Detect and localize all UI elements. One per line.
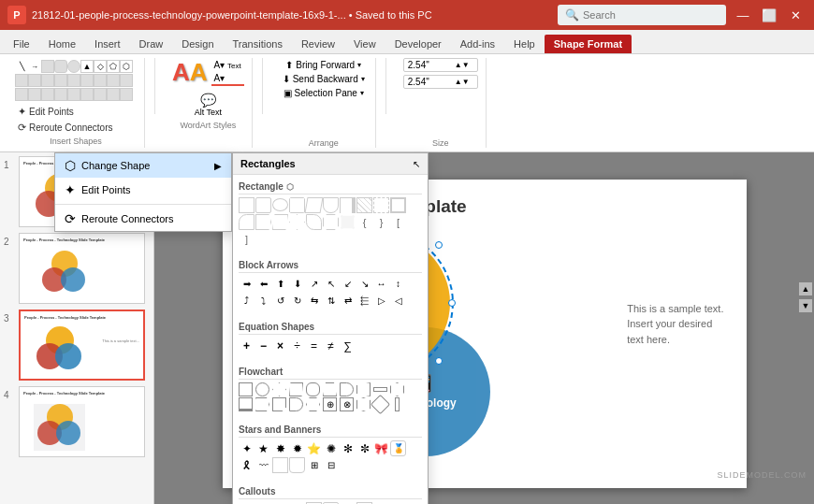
reroute-connectors-button[interactable]: ⟳ Reroute Connectors — [15, 121, 116, 135]
shape-s6[interactable] — [80, 74, 94, 87]
shape-s3[interactable] — [41, 74, 54, 87]
rect-shape-13[interactable] — [272, 214, 288, 230]
minimize-button[interactable]: — — [732, 5, 754, 25]
slide-img-3[interactable]: People - Process - Technology Slide Temp… — [19, 310, 145, 381]
shape-rect[interactable] — [41, 60, 54, 73]
fc-13[interactable] — [272, 397, 286, 411]
rect-shape-2[interactable] — [255, 197, 271, 213]
star-2[interactable]: ★ — [255, 440, 271, 456]
shape-s13[interactable] — [54, 88, 67, 101]
star-9[interactable]: 🎀 — [373, 440, 389, 456]
arrow-11[interactable]: ⤴ — [239, 293, 254, 309]
eq-5[interactable]: = — [306, 338, 322, 353]
tab-transitions[interactable]: Transitions — [224, 35, 292, 53]
edit-points-button[interactable]: ✦ Edit Points — [15, 105, 77, 119]
rect-shape-17[interactable] — [340, 214, 356, 230]
star-13[interactable] — [272, 457, 288, 473]
width-input[interactable] — [408, 77, 455, 87]
fc-11[interactable] — [239, 397, 253, 411]
rect-shape-18[interactable]: { — [356, 214, 372, 230]
arrow-17[interactable]: ⇄ — [340, 293, 356, 309]
text-outline-btn[interactable]: A▾ — [211, 72, 244, 86]
tab-design[interactable]: Design — [172, 35, 223, 53]
shape-s2[interactable] — [28, 74, 41, 87]
eq-7[interactable]: ∑ — [340, 338, 356, 353]
selection-pane-button[interactable]: ▣ Selection Pane ▾ — [281, 86, 367, 100]
tab-file[interactable]: File — [4, 35, 39, 53]
arrow-19[interactable]: ▷ — [373, 293, 389, 309]
shape-s15[interactable] — [80, 88, 94, 101]
shape-pentagon[interactable]: ⬠ — [107, 60, 120, 73]
slide-img-2[interactable]: People - Process - Technology Slide Temp… — [19, 233, 145, 304]
rect-shape-8[interactable] — [356, 197, 372, 213]
fc-6[interactable] — [323, 382, 337, 396]
arrow-14[interactable]: ↻ — [289, 293, 305, 309]
rect-shape-6[interactable] — [323, 197, 339, 213]
eq-4[interactable]: ÷ — [289, 338, 305, 353]
tab-shape-format[interactable]: Shape Format — [545, 35, 632, 53]
tab-review[interactable]: Review — [292, 35, 344, 53]
tab-help[interactable]: Help — [504, 35, 545, 53]
rect-shape-21[interactable]: ] — [239, 231, 254, 247]
fc-20[interactable] — [395, 397, 400, 411]
star-3[interactable]: ✸ — [272, 440, 288, 456]
arrow-9[interactable]: ↔ — [373, 276, 389, 292]
rect-shape-20[interactable]: [ — [390, 214, 406, 230]
star-12[interactable]: 〰 — [255, 457, 271, 473]
arrow-3[interactable]: ⬆ — [272, 276, 288, 292]
tab-draw[interactable]: Draw — [130, 35, 173, 53]
star-11[interactable]: 🎗 — [239, 457, 254, 473]
arrow-20[interactable]: ◁ — [390, 293, 406, 309]
tab-addins[interactable]: Add-ins — [451, 35, 504, 53]
shape-triangle[interactable]: ▲ — [80, 60, 94, 73]
tab-developer[interactable]: Developer — [385, 35, 451, 53]
rect-shape-15[interactable] — [306, 214, 322, 230]
star-5[interactable]: ⭐ — [306, 440, 322, 456]
eq-6[interactable]: ≠ — [323, 338, 339, 353]
arrow-16[interactable]: ⇅ — [323, 293, 339, 309]
shape-s9[interactable] — [120, 74, 133, 87]
arrow-2[interactable]: ⬅ — [255, 276, 271, 292]
height-spinner[interactable]: ▲▼ — [455, 61, 470, 69]
shape-s10[interactable] — [15, 88, 28, 101]
search-input[interactable] — [583, 9, 695, 21]
arrow-7[interactable]: ↙ — [340, 276, 356, 292]
fc-7[interactable] — [340, 382, 354, 396]
rect-shape-11[interactable] — [239, 214, 254, 230]
fc-18[interactable] — [356, 397, 371, 411]
fc-19[interactable] — [371, 395, 390, 414]
star-7[interactable]: ✻ — [340, 440, 356, 456]
bring-forward-button[interactable]: ⬆ Bring Forward ▾ — [283, 58, 364, 72]
rect-shape-4[interactable] — [289, 197, 305, 213]
shape-s16[interactable] — [94, 88, 107, 101]
close-button[interactable]: ✕ — [784, 5, 807, 25]
fc-2[interactable] — [255, 382, 269, 396]
fc-17[interactable]: ⊗ — [340, 397, 354, 411]
edit-points-item[interactable]: ✦ Edit Points — [55, 178, 231, 202]
arrow-13[interactable]: ↺ — [272, 293, 288, 309]
tab-insert[interactable]: Insert — [85, 35, 130, 53]
rect-shape-9[interactable] — [373, 197, 389, 213]
shape-s12[interactable] — [41, 88, 54, 101]
fc-12[interactable] — [255, 397, 269, 411]
shape-line[interactable]: ╲ — [15, 60, 28, 73]
shape-s17[interactable] — [107, 88, 120, 101]
fc-14[interactable] — [289, 397, 303, 411]
rect-shape-16[interactable] — [323, 214, 339, 230]
star-14[interactable] — [289, 457, 305, 473]
rect-shape-10[interactable] — [390, 197, 406, 213]
arrow-6[interactable]: ↖ — [323, 276, 339, 292]
star-16[interactable]: ⊟ — [323, 457, 339, 473]
wordart-a-red[interactable]: A — [172, 58, 190, 87]
shape-s11[interactable] — [28, 88, 41, 101]
rect-shape-1[interactable] — [239, 197, 254, 213]
height-input[interactable] — [408, 60, 455, 70]
tab-view[interactable]: View — [344, 35, 385, 53]
eq-1[interactable]: + — [239, 338, 254, 353]
arrow-10[interactable]: ↕ — [390, 276, 406, 292]
star-8[interactable]: ✼ — [356, 440, 372, 456]
tab-home[interactable]: Home — [39, 35, 85, 53]
eq-2[interactable]: − — [255, 338, 271, 353]
rect-shape-3[interactable] — [272, 198, 288, 211]
reroute-connectors-item[interactable]: ⟳ Reroute Connectors — [55, 207, 231, 231]
